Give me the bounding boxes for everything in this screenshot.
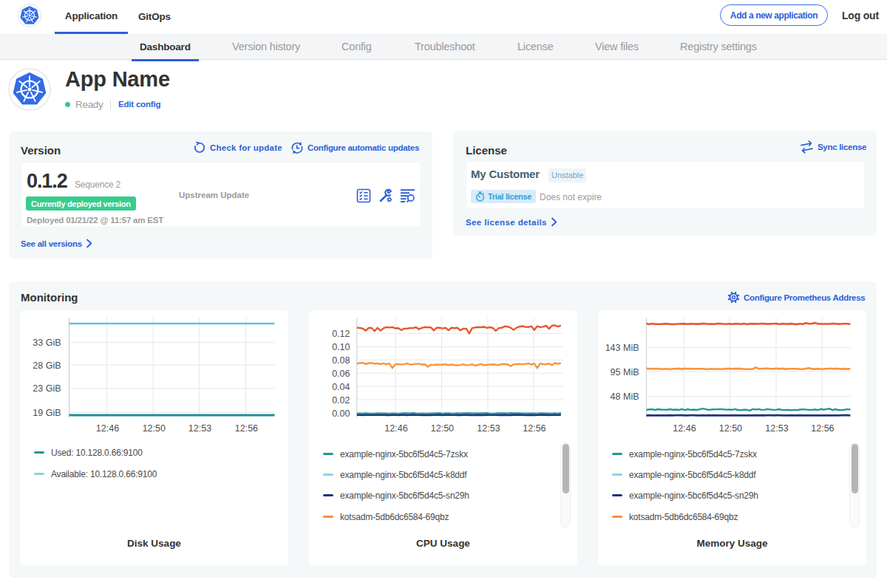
svg-text:12:46: 12:46 xyxy=(673,423,696,434)
svg-text:95 MiB: 95 MiB xyxy=(611,367,639,377)
svg-text:12:50: 12:50 xyxy=(431,423,454,434)
svg-text:28 GiB: 28 GiB xyxy=(33,360,61,371)
svg-text:12:53: 12:53 xyxy=(188,423,211,434)
svg-text:0.08: 0.08 xyxy=(332,355,350,366)
svg-text:33 GiB: 33 GiB xyxy=(33,338,61,348)
svg-text:23 GiB: 23 GiB xyxy=(33,383,61,394)
svg-text:143 MiB: 143 MiB xyxy=(605,343,639,353)
svg-text:12:50: 12:50 xyxy=(719,423,742,434)
svg-text:12:46: 12:46 xyxy=(384,423,407,434)
svg-text:48 MiB: 48 MiB xyxy=(611,392,639,402)
svg-text:12:56: 12:56 xyxy=(235,423,258,434)
svg-text:0.00: 0.00 xyxy=(332,408,350,419)
svg-text:19 GiB: 19 GiB xyxy=(33,408,61,418)
svg-text:0.10: 0.10 xyxy=(332,342,350,352)
svg-text:12:53: 12:53 xyxy=(765,423,788,434)
svg-text:12:53: 12:53 xyxy=(477,423,500,434)
svg-text:0.06: 0.06 xyxy=(332,369,350,379)
svg-text:12:56: 12:56 xyxy=(523,423,546,434)
svg-text:0.04: 0.04 xyxy=(332,382,350,392)
svg-text:12:46: 12:46 xyxy=(96,423,119,434)
svg-text:12:50: 12:50 xyxy=(143,423,166,434)
svg-text:12:56: 12:56 xyxy=(811,423,834,434)
svg-text:0.12: 0.12 xyxy=(332,329,350,339)
svg-text:0.02: 0.02 xyxy=(332,395,350,406)
